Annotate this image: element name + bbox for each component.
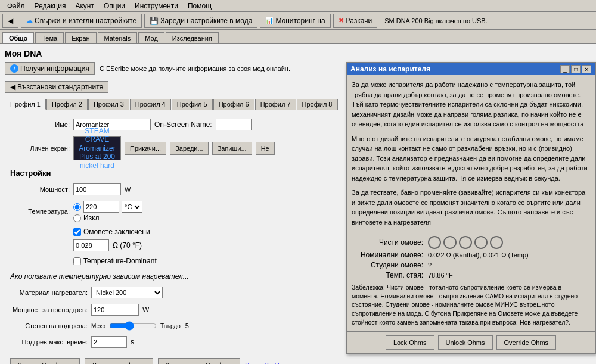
material-row: Материал нагревател: Nickel 200 Titanium… bbox=[10, 287, 308, 298]
clean-ohms-row: Чисти омове: bbox=[352, 236, 590, 249]
override-ohms-button[interactable]: Override Ohms bbox=[496, 335, 557, 350]
power-label: Мощност: bbox=[10, 186, 70, 193]
menu-help[interactable]: Помощ bbox=[183, 1, 216, 11]
power-row: Мощност: W bbox=[10, 183, 308, 195]
save-icon: 💾 bbox=[150, 17, 159, 25]
info-button[interactable]: i Получи информация bbox=[5, 62, 95, 75]
ohm-circles bbox=[428, 236, 503, 249]
screen-row: Личен екран: STEAM CRAVE Aromanizer Plus… bbox=[10, 136, 308, 160]
disconnect-icon: ✖ bbox=[339, 17, 344, 24]
profile-tab-2[interactable]: Профил 2 bbox=[46, 99, 88, 110]
load-settings-button[interactable]: 💾 Зареди настройките в мода bbox=[144, 14, 257, 28]
profile-tab-4[interactable]: Профил 4 bbox=[130, 99, 171, 110]
tab-materials[interactable]: Materials bbox=[98, 32, 138, 43]
profile-tab-8[interactable]: Профил 8 bbox=[297, 99, 338, 110]
hardness-left-label: Меко bbox=[91, 323, 105, 329]
save-button[interactable]: Запиши... bbox=[212, 142, 252, 155]
hardness-slider[interactable] bbox=[109, 321, 157, 331]
panel-header: Анализ на испарителя _ □ ✕ bbox=[347, 63, 595, 75]
maxtime-unit: s bbox=[131, 338, 134, 346]
tab-mod[interactable]: Мод bbox=[138, 32, 164, 43]
lock-checkbox[interactable] bbox=[73, 228, 81, 236]
hardness-label: Степен на подгрева: bbox=[10, 322, 88, 329]
maxtime-row: Подгрев макс. време: s bbox=[10, 336, 308, 348]
td-label: Temperature-Dominant bbox=[83, 257, 157, 265]
temp-on-radio[interactable] bbox=[73, 203, 81, 211]
page-title: Моя DNA bbox=[5, 49, 591, 58]
maxtime-input[interactable] bbox=[91, 336, 127, 348]
lock-label: Омовете заключени bbox=[83, 228, 150, 236]
room-temp-row: Темп. стая: 78.86 °F bbox=[352, 271, 590, 279]
back-icon: ◀ bbox=[10, 83, 15, 91]
ohm-circle-5 bbox=[490, 236, 503, 249]
panel-close-button[interactable]: ✕ bbox=[582, 65, 591, 73]
copy-profile-button[interactable]: Копиране на Профил: bbox=[158, 358, 240, 364]
power-unit: W bbox=[125, 186, 131, 193]
onscreen-input[interactable] bbox=[216, 119, 252, 130]
profile-tab-5[interactable]: Профил 5 bbox=[172, 99, 213, 110]
attach-button[interactable]: Прикачи... bbox=[125, 142, 166, 155]
profile-left-panel: Име: On-Screen Name: Личен екран: STEAM … bbox=[10, 119, 308, 364]
panel-maximize-button[interactable]: □ bbox=[571, 65, 581, 73]
material-select[interactable]: Nickel 200 Titanium SS 316L Custom bbox=[91, 287, 163, 298]
preheat-row: Мощност за преподгрев: W bbox=[10, 304, 308, 316]
tab-general[interactable]: Общо bbox=[2, 32, 34, 43]
temp-input[interactable] bbox=[83, 201, 119, 213]
td-checkbox[interactable] bbox=[73, 257, 81, 265]
screen-area: STEAM CRAVE Aromanizer Plus at 200 nicke… bbox=[73, 136, 275, 160]
preheat-input[interactable] bbox=[91, 304, 139, 316]
temp-unit-select[interactable]: °C °F bbox=[122, 201, 142, 213]
back-button[interactable]: ◀ bbox=[2, 14, 18, 28]
monitor-button[interactable]: 📊 Мониторинг на bbox=[260, 14, 330, 28]
analysis-panel: Анализ на испарителя _ □ ✕ За да може ис… bbox=[346, 62, 596, 354]
menu-options[interactable]: Опции bbox=[99, 1, 130, 11]
clean-ohms-label: Чисти омове: bbox=[352, 238, 423, 247]
menu-tools[interactable]: Инструменти bbox=[130, 1, 183, 11]
preheat-unit: W bbox=[142, 306, 149, 314]
back-icon: ◀ bbox=[8, 17, 13, 25]
ohm-circle-1 bbox=[428, 236, 441, 249]
profile-tab-6[interactable]: Профил 6 bbox=[213, 99, 254, 110]
main-tab-bar: Общо Тема Екран Materials Мод Изследвани… bbox=[0, 30, 596, 44]
save-profile-button[interactable]: Запаси профил... bbox=[85, 358, 153, 364]
room-temp-label: Темп. стая: bbox=[352, 271, 423, 279]
no-button[interactable]: Не bbox=[256, 142, 275, 155]
disconnect-button[interactable]: ✖ Разкачи bbox=[333, 14, 378, 28]
profile-tab-7[interactable]: Профил 7 bbox=[255, 99, 296, 110]
temp-off-radio[interactable] bbox=[73, 214, 81, 222]
power-input[interactable] bbox=[73, 183, 121, 195]
tab-screen[interactable]: Екран bbox=[65, 32, 96, 43]
cold-ohms-value: ? bbox=[428, 262, 432, 269]
temp-label: Температура: bbox=[10, 208, 70, 215]
load-button[interactable]: Зареди... bbox=[170, 142, 209, 155]
lock-ohms-button[interactable]: Lock Ohms bbox=[386, 335, 434, 350]
monitor-icon: 📊 bbox=[265, 17, 274, 24]
connect-button[interactable]: ☁ Свържи и изтегли настройките bbox=[21, 14, 142, 28]
tab-research[interactable]: Изследвания bbox=[166, 32, 219, 43]
hardness-right-label: Твърдо bbox=[160, 323, 181, 329]
maxtime-label: Подгрев макс. време: bbox=[10, 338, 88, 346]
ohms-unit: Ω (70 °F) bbox=[113, 241, 142, 250]
panel-footer: Lock Ohms Unlock Ohms Override Ohms bbox=[347, 331, 595, 353]
panel-body: За да може испарителя да работи надеждно… bbox=[347, 75, 595, 331]
menu-account[interactable]: Акунт bbox=[70, 1, 99, 11]
menu-file[interactable]: Файл bbox=[2, 1, 30, 11]
share-link[interactable]: Share Profiles bbox=[245, 362, 286, 364]
restore-button[interactable]: ◀ Възстанови стандартните bbox=[5, 81, 108, 93]
menu-edit[interactable]: Редакция bbox=[30, 1, 71, 11]
panel-title: Анализ на испарителя bbox=[350, 65, 430, 73]
profile-tab-3[interactable]: Профил 3 bbox=[88, 99, 129, 110]
load-profile-button[interactable]: Зареди Профил... bbox=[10, 358, 80, 364]
bottom-buttons: Зареди Профил... Запаси профил... Копира… bbox=[10, 358, 308, 364]
hardness-row: Степен на подгрева: Меко Твърдо 5 bbox=[10, 321, 308, 331]
profile-tab-1[interactable]: Профил 1 bbox=[5, 99, 46, 110]
panel-minimize-button[interactable]: _ bbox=[560, 65, 570, 73]
cold-ohms-label: Студени омове: bbox=[352, 261, 423, 269]
ohms-input[interactable] bbox=[73, 239, 109, 251]
menu-bar: Файл Редакция Акунт Опции Инструменти По… bbox=[0, 0, 596, 12]
td-checkbox-row: Temperature-Dominant bbox=[73, 257, 308, 265]
status-text: SM DNA 200 Big включен по USB. bbox=[384, 17, 488, 24]
panel-text-1: За да може испарителя да работи надеждно… bbox=[352, 80, 590, 129]
unlock-ohms-button[interactable]: Unlock Ohms bbox=[438, 335, 493, 350]
tab-theme[interactable]: Тема bbox=[35, 32, 64, 43]
